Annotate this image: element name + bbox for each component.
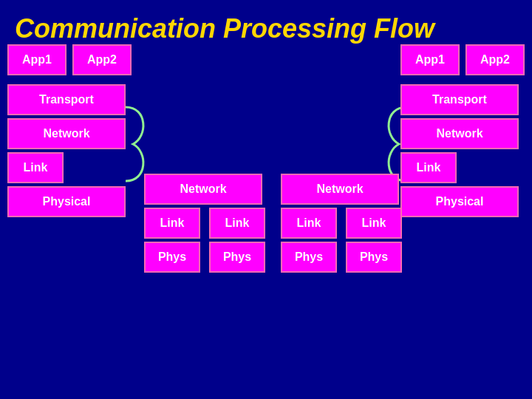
left-link: Link xyxy=(7,152,64,183)
right-app2: App2 xyxy=(466,44,525,75)
mid-right-phys1: Phys xyxy=(281,242,337,273)
left-app2: App2 xyxy=(72,44,132,75)
mid-right-phys2: Phys xyxy=(346,242,402,273)
right-app-row: App1 App2 xyxy=(400,44,525,75)
right-physical: Physical xyxy=(400,186,519,217)
mid-right-link1: Link xyxy=(281,208,337,239)
left-transport: Transport xyxy=(7,84,126,115)
mid-right-network: Network xyxy=(281,174,399,205)
right-link-row: Link xyxy=(400,152,525,183)
right-link: Link xyxy=(400,152,457,183)
right-app1: App1 xyxy=(400,44,460,75)
left-network: Network xyxy=(7,118,126,149)
mid-left-phys2: Phys xyxy=(209,242,265,273)
mid-left-router: Network Link Link Phys Phys xyxy=(144,174,265,273)
right-network: Network xyxy=(400,118,519,149)
right-transport: Transport xyxy=(400,84,519,115)
right-host: App1 App2 Transport Network Link Physica… xyxy=(400,44,525,217)
mid-left-link-row: Link Link xyxy=(144,208,265,239)
mid-right-router: Network Link Link Phys Phys xyxy=(281,174,402,273)
left-app-row: App1 App2 xyxy=(7,44,132,75)
left-host: App1 App2 Transport Network Link Physica… xyxy=(7,44,132,217)
mid-left-link1: Link xyxy=(144,208,200,239)
mid-left-phys1: Phys xyxy=(144,242,200,273)
mid-left-network: Network xyxy=(144,174,262,205)
left-app1: App1 xyxy=(7,44,66,75)
mid-right-link2: Link xyxy=(346,208,402,239)
mid-right-link-row: Link Link xyxy=(281,208,402,239)
left-physical: Physical xyxy=(7,186,126,217)
mid-left-link2: Link xyxy=(209,208,265,239)
left-link-row: Link xyxy=(7,152,132,183)
mid-left-phys-row: Phys Phys xyxy=(144,242,265,273)
mid-right-phys-row: Phys Phys xyxy=(281,242,402,273)
